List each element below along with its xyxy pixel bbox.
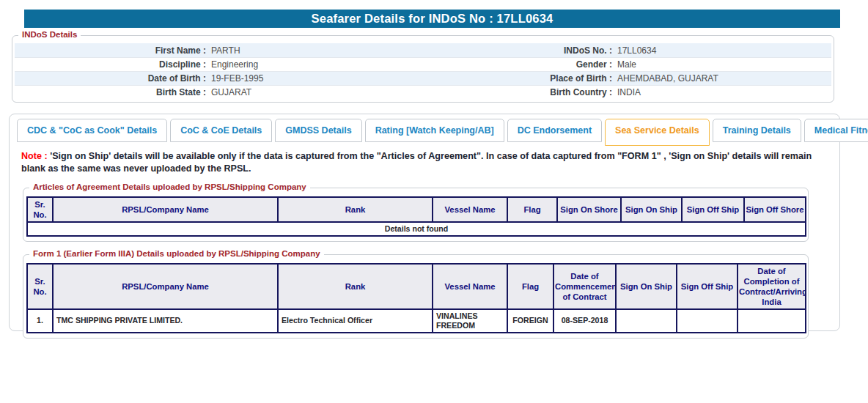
birth-state-label: Birth State : [15, 87, 211, 97]
tab-training-details[interactable]: Training Details [713, 119, 801, 142]
cell-vessel-name: VINALINES FREEDOM [433, 309, 507, 332]
indos-no-value: 17LL0634 [617, 45, 831, 56]
col-vessel-name: Vessel Name [433, 197, 507, 222]
form1-section: Form 1 (Earlier Form IIIA) Details uploa… [23, 254, 809, 339]
empty-row: Details not found [27, 222, 806, 236]
first-name-label: First Name : [15, 45, 211, 56]
tab-sea-service-details[interactable]: Sea Service Details [605, 119, 710, 146]
cell-sign-off-ship [677, 309, 738, 332]
discipline-label: Discipline : [15, 59, 211, 70]
tab-gmdss[interactable]: GMDSS Details [275, 119, 361, 142]
col-sr-no: Sr. No. [27, 264, 53, 309]
col-sign-on-ship: Sign On Ship [621, 197, 682, 222]
articles-of-agreement-table: Sr. No. RPSL/Company Name Rank Vessel Na… [26, 196, 806, 237]
col-sign-on-shore: Sign On Shore [557, 197, 621, 222]
col-rpsl-company: RPSL/Company Name [53, 264, 278, 309]
gender-label: Gender : [422, 59, 617, 70]
dob-value: 19-FEB-1995 [211, 73, 422, 84]
indos-row-birth: Date of Birth : 19-FEB-1995 Place of Bir… [15, 71, 831, 85]
first-name-value: PARTH [211, 45, 422, 56]
articles-of-agreement-section: Articles of Agreement Details uploaded b… [23, 188, 809, 242]
cell-sr-no: 1. [27, 309, 53, 332]
indos-row-name: First Name : PARTH INDoS No. : 17LL0634 [15, 43, 831, 57]
details-not-found-message: Details not found [27, 222, 806, 236]
indos-row-discipline: Discipline : Engineering Gender : Male [15, 57, 831, 71]
form1-table: Sr. No. RPSL/Company Name Rank Vessel Na… [26, 263, 806, 333]
place-of-birth-value: AHEMDABAD, GUJARAT [617, 73, 831, 84]
articles-of-agreement-legend: Articles of Agreement Details uploaded b… [29, 182, 310, 191]
col-sign-off-shore: Sign Off Shore [744, 197, 806, 222]
col-vessel-name: Vessel Name [433, 264, 507, 309]
cell-flag: FOREIGN [507, 309, 553, 332]
col-sign-off-ship: Sign Off Ship [682, 197, 744, 222]
page-title: Seafarer Details for INDoS No : 17LL0634 [24, 10, 840, 28]
indos-row-state: Birth State : GUJARAT Birth Country : IN… [15, 85, 831, 99]
tab-cdc-coc-as-cook[interactable]: CDC & "CoC as Cook" Details [17, 119, 167, 142]
cell-date-commencement: 08-SEP-2018 [553, 309, 616, 332]
col-sign-on-ship: Sign On Ship [616, 264, 677, 309]
cell-date-completion [738, 309, 806, 332]
gender-value: Male [617, 59, 831, 70]
birth-country-value: INDIA [617, 87, 831, 97]
col-sr-no: Sr. No. [27, 197, 53, 222]
discipline-value: Engineering [211, 59, 422, 70]
tab-rating-watch-keeping[interactable]: Rating [Watch Keeping/AB] [365, 119, 504, 142]
col-flag: Flag [507, 197, 557, 222]
place-of-birth-label: Place of Birth : [422, 73, 617, 84]
form1-legend: Form 1 (Earlier Form IIIA) Details uploa… [29, 249, 324, 258]
col-date-completion: Date of Completion of Contract/Arriving … [738, 264, 806, 309]
tab-dc-endorsement[interactable]: DC Endorsement [507, 119, 602, 142]
dob-label: Date of Birth : [15, 73, 211, 84]
col-rpsl-company: RPSL/Company Name [53, 197, 278, 222]
birth-country-label: Birth Country : [422, 87, 617, 97]
tab-medical-fitness[interactable]: Medical Fitness Certificate [804, 119, 868, 142]
table-header-row: Sr. No. RPSL/Company Name Rank Vessel Na… [27, 264, 806, 309]
table-row: 1. TMC SHIPPING PRIVATE LIMITED. Electro… [27, 309, 806, 332]
indos-details-legend: INDoS Details [18, 30, 81, 39]
cell-company-name: TMC SHIPPING PRIVATE LIMITED. [53, 309, 278, 332]
note-prefix: Note : [21, 151, 48, 161]
cell-rank: Electro Technical Officer [278, 309, 433, 332]
sea-service-panel: CDC & "CoC as Cook" Details CoC & CoE De… [9, 114, 840, 331]
col-rank: Rank [278, 264, 433, 309]
sign-on-ship-note: Note : 'Sign on Ship' details will be av… [21, 150, 826, 176]
col-date-commencement: Date of Commencement of Contract [553, 264, 616, 309]
birth-state-value: GUJARAT [211, 87, 422, 97]
col-rank: Rank [278, 197, 433, 222]
col-sign-off-ship: Sign Off Ship [677, 264, 738, 309]
table-header-row: Sr. No. RPSL/Company Name Rank Vessel Na… [27, 197, 806, 222]
col-flag: Flag [507, 264, 553, 309]
cell-sign-on-ship [616, 309, 677, 332]
indos-no-label: INDoS No. : [422, 45, 617, 56]
indos-details-section: INDoS Details First Name : PARTH INDoS N… [12, 35, 834, 103]
tab-bar: CDC & "CoC as Cook" Details CoC & CoE De… [10, 114, 839, 146]
note-text: 'Sign on Ship' details will be available… [21, 151, 812, 174]
tab-coc-coe[interactable]: CoC & CoE Details [170, 119, 272, 142]
